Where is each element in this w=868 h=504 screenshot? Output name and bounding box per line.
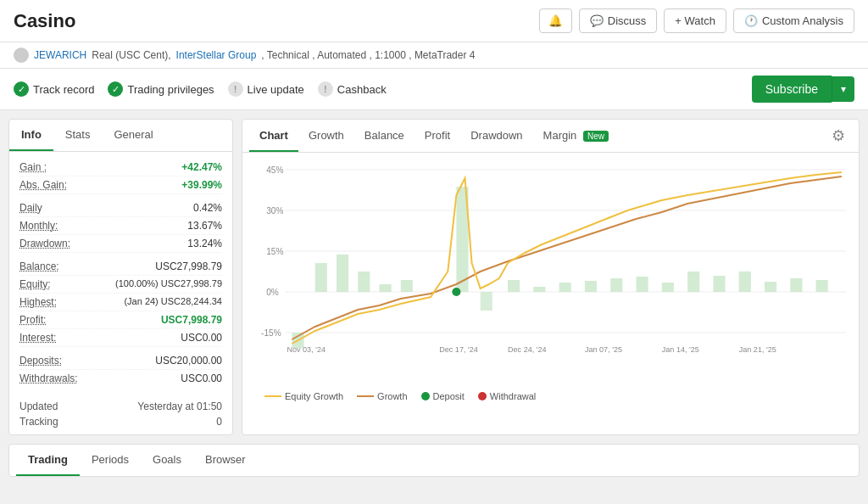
tab-drawdown[interactable]: Drawdown bbox=[460, 120, 532, 152]
svg-rect-29 bbox=[790, 278, 802, 292]
svg-rect-19 bbox=[533, 287, 545, 292]
check-icon: ✓ bbox=[108, 81, 123, 97]
svg-text:Nov 03, '24: Nov 03, '24 bbox=[287, 345, 326, 354]
svg-rect-17 bbox=[481, 292, 492, 311]
deposit-dot-icon bbox=[421, 392, 430, 400]
main-content: Info Stats General Gain : +42.47% Abs. G… bbox=[0, 110, 868, 444]
clock-icon: 🕐 bbox=[744, 14, 758, 27]
svg-text:Dec 24, '24: Dec 24, '24 bbox=[508, 345, 547, 354]
legend-deposit: Deposit bbox=[421, 391, 465, 401]
sub-header: JEWARICH Real (USC Cent), InterStellar G… bbox=[0, 42, 868, 69]
svg-rect-23 bbox=[637, 277, 648, 292]
tab-info[interactable]: Info bbox=[9, 120, 53, 151]
left-tabs: Info Stats General bbox=[9, 120, 232, 152]
bottom-tabs: Trading Periods Goals Browser bbox=[8, 444, 860, 477]
tab-chart[interactable]: Chart bbox=[249, 120, 298, 152]
chart-svg: 45% 30% 15% 0% -15% bbox=[251, 161, 850, 382]
tab-stats[interactable]: Stats bbox=[53, 120, 103, 151]
updated-row: Updated Yesterday at 01:50 bbox=[19, 399, 222, 414]
svg-rect-15 bbox=[401, 280, 413, 292]
chart-legend: Equity Growth Growth Deposit Withdrawal bbox=[251, 384, 850, 408]
bottom-tab-goals[interactable]: Goals bbox=[141, 445, 193, 476]
subscribe-button[interactable]: Subscribe bbox=[752, 76, 832, 103]
bell-icon: 🔔 bbox=[548, 14, 563, 27]
badge-label: Cashback bbox=[337, 83, 387, 96]
subscribe-wrap: Subscribe ▾ bbox=[752, 76, 854, 103]
discuss-icon: 💬 bbox=[590, 14, 604, 27]
badge-label: Track record bbox=[33, 83, 94, 96]
info-row-deposits: Deposits: USC20,000.00 bbox=[19, 352, 222, 370]
legend-growth: Growth bbox=[357, 391, 407, 401]
svg-text:30%: 30% bbox=[266, 206, 283, 216]
header-left: Casino bbox=[14, 10, 75, 32]
info-row-abs-gain: Abs. Gain: +39.99% bbox=[19, 176, 222, 194]
withdrawal-dot-icon bbox=[478, 392, 487, 400]
legend-withdrawal: Withdrawal bbox=[478, 391, 536, 401]
bottom-tab-trading[interactable]: Trading bbox=[16, 445, 80, 476]
user-link[interactable]: JEWARICH bbox=[34, 49, 86, 61]
svg-rect-11 bbox=[315, 263, 327, 292]
left-panel: Info Stats General Gain : +42.47% Abs. G… bbox=[8, 119, 233, 435]
discuss-button[interactable]: 💬 Discuss bbox=[579, 8, 658, 33]
svg-rect-13 bbox=[358, 272, 370, 292]
svg-text:15%: 15% bbox=[266, 247, 283, 256]
info-row-balance: Balance: USC27,998.79 bbox=[19, 258, 222, 276]
svg-rect-21 bbox=[585, 281, 597, 292]
svg-text:45%: 45% bbox=[266, 165, 283, 175]
growth-line-icon bbox=[357, 395, 374, 397]
badge-cashback: ! Cashback bbox=[318, 81, 387, 97]
svg-text:Dec 17, '24: Dec 17, '24 bbox=[439, 345, 478, 354]
svg-rect-28 bbox=[765, 282, 776, 292]
tracking-row: Tracking 0 bbox=[19, 414, 222, 429]
settings-icon[interactable]: ⚙ bbox=[825, 120, 852, 152]
badge-label: Live update bbox=[248, 83, 304, 96]
tab-balance[interactable]: Balance bbox=[354, 120, 415, 152]
svg-rect-26 bbox=[713, 276, 725, 292]
badge-track-record: ✓ Track record bbox=[14, 81, 94, 97]
group-link[interactable]: InterStellar Group bbox=[176, 49, 257, 61]
chart-tabs: Chart Growth Balance Profit Drawdown Mar… bbox=[249, 120, 619, 152]
warn-icon: ! bbox=[318, 81, 333, 97]
page-title: Casino bbox=[14, 10, 75, 32]
svg-rect-20 bbox=[559, 283, 571, 292]
subscribe-dropdown-button[interactable]: ▾ bbox=[832, 76, 854, 102]
badge-trading-privileges: ✓ Trading privileges bbox=[108, 81, 214, 97]
header-actions: 🔔 💬 Discuss + Watch 🕐 Custom Analysis bbox=[539, 8, 854, 33]
info-table: Gain : +42.47% Abs. Gain: +39.99% Daily … bbox=[9, 152, 232, 394]
equity-growth-line-icon bbox=[264, 395, 281, 397]
info-row-equity: Equity: (100.00%) USC27,998.79 bbox=[19, 276, 222, 294]
tab-profit[interactable]: Profit bbox=[415, 120, 460, 152]
avatar bbox=[14, 48, 29, 63]
info-updated: Updated Yesterday at 01:50 Tracking 0 bbox=[9, 394, 232, 434]
svg-rect-24 bbox=[662, 283, 674, 292]
custom-analysis-button[interactable]: 🕐 Custom Analysis bbox=[733, 8, 854, 33]
info-row-gain: Gain : +42.47% bbox=[19, 159, 222, 176]
tab-growth[interactable]: Growth bbox=[298, 120, 354, 152]
badges-row: ✓ Track record ✓ Trading privileges ! Li… bbox=[0, 69, 868, 110]
svg-text:Jan 14, '25: Jan 14, '25 bbox=[662, 345, 699, 354]
svg-rect-30 bbox=[816, 280, 828, 292]
bottom-tab-periods[interactable]: Periods bbox=[80, 445, 141, 476]
tab-margin[interactable]: Margin New bbox=[533, 120, 619, 152]
info-row-drawdown: Drawdown: 13.24% bbox=[19, 235, 222, 253]
badge-label: Trading privileges bbox=[127, 83, 214, 96]
info-row-interest: Interest: USC0.00 bbox=[19, 329, 222, 347]
svg-text:-15%: -15% bbox=[261, 328, 281, 338]
svg-rect-22 bbox=[610, 278, 622, 292]
bell-button[interactable]: 🔔 bbox=[539, 8, 572, 33]
svg-point-31 bbox=[452, 288, 460, 296]
info-row-withdrawals: Withdrawals: USC0.00 bbox=[19, 370, 222, 387]
badge-live-update: ! Live update bbox=[228, 81, 304, 97]
tab-general[interactable]: General bbox=[102, 120, 164, 151]
svg-text:0%: 0% bbox=[266, 288, 279, 297]
check-icon: ✓ bbox=[14, 81, 29, 97]
header: Casino 🔔 💬 Discuss + Watch 🕐 Custom Anal… bbox=[0, 0, 868, 42]
info-row-monthly: Monthly: 13.67% bbox=[19, 217, 222, 235]
chart-tabs-row: Chart Growth Balance Profit Drawdown Mar… bbox=[242, 120, 859, 153]
badges: ✓ Track record ✓ Trading privileges ! Li… bbox=[14, 81, 387, 97]
bottom-tab-browser[interactable]: Browser bbox=[193, 445, 258, 476]
chart-area: 45% 30% 15% 0% -15% bbox=[242, 153, 859, 416]
svg-rect-14 bbox=[380, 284, 392, 292]
watch-button[interactable]: + Watch bbox=[664, 8, 726, 33]
legend-equity-growth: Equity Growth bbox=[264, 391, 343, 401]
